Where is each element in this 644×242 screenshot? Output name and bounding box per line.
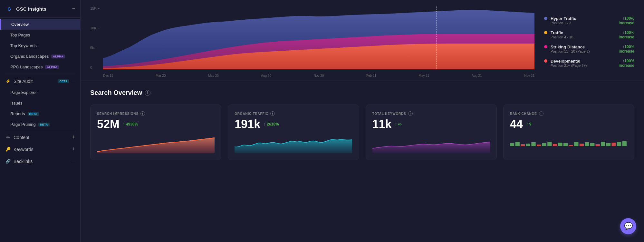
svg-rect-18 [601, 142, 605, 146]
legend-subtitle-striking-distance: Position 11 - 20 (Page 2) [551, 49, 615, 53]
legend-change-hyper-traffic: ↑100% increase [619, 16, 634, 25]
change-pct-traffic: 2618% [267, 122, 279, 126]
chat-icon: 💬 [624, 222, 633, 230]
sidebar-item-overview[interactable]: Overview [0, 19, 80, 30]
metric-value-impressions: 52M [97, 118, 120, 130]
search-impressions-info-icon[interactable]: i [140, 111, 145, 116]
metric-value-keywords: 11k [372, 118, 392, 130]
site-audit-collapse[interactable]: − [72, 78, 75, 85]
legend-item-striking-distance: Striking Distance Position 11 - 20 (Page… [544, 45, 634, 54]
legend-label-striking-distance: Striking Distance [551, 45, 615, 49]
metric-card-search-impressions: SEARCH IMPRESSIONS i 52M ↑ 4938% [90, 105, 221, 160]
mini-chart-impressions [97, 134, 215, 153]
change-pct-impressions: 4938% [126, 122, 138, 126]
legend-item-traffic: Traffic Position 4 - 10 ↑100% increase [544, 30, 634, 39]
svg-rect-14 [580, 144, 584, 146]
app-title: GSC Insights [16, 6, 70, 12]
svg-rect-3 [521, 144, 525, 146]
traffic-chart: 15K − 10K − 5K − 0 [90, 6, 534, 77]
x-label-mar20: Mar 20 [156, 74, 166, 77]
sidebar-item-issues[interactable]: Issues [0, 98, 80, 108]
content-expand[interactable]: + [72, 134, 75, 141]
sidebar: G GSC Insights − Overview Top Pages Top … [0, 0, 81, 242]
legend-content-striking-distance: Striking Distance Position 11 - 20 (Page… [551, 45, 615, 53]
x-label-aug21: Aug 21 [472, 74, 482, 77]
svg-rect-13 [574, 142, 578, 146]
organic-traffic-info-icon[interactable]: i [270, 111, 275, 116]
sidebar-item-page-pruning[interactable]: Page Pruning Beta [0, 119, 80, 130]
chat-button[interactable]: 💬 [620, 218, 636, 234]
sidebar-item-top-pages[interactable]: Top Pages [0, 30, 80, 40]
legend-change-label-striking-distance: increase [619, 49, 634, 54]
change-value-rank: 9 [529, 122, 532, 126]
metric-change-rank: ↑ 9 [526, 122, 532, 127]
alpha-badge-organic: Alpha [51, 55, 65, 58]
content-icon: ✏ [5, 135, 11, 140]
metric-label-organic-traffic: ORGANIC TRAFFIC i [235, 111, 352, 116]
svg-rect-6 [537, 145, 541, 146]
chart-legend: Hyper Traffic Position 1 - 3 ↑100% incre… [534, 6, 634, 77]
legend-label-developmental: Developmental [551, 59, 615, 64]
legend-change-label-traffic: increase [619, 35, 634, 39]
x-label-may21: May 21 [419, 74, 429, 77]
svg-rect-4 [526, 144, 530, 146]
sidebar-item-organic-landscapes[interactable]: Organic Landscapes Alpha [0, 51, 80, 62]
legend-item-developmental: Developmental Position 21+ (Page 3+) ↑10… [544, 59, 634, 68]
keywords-expand[interactable]: + [72, 146, 75, 153]
backlinks-icon: 🔗 [5, 158, 11, 164]
sidebar-section-header-keywords[interactable]: 🔑 Keywords + [0, 143, 80, 155]
legend-label-traffic: Traffic [551, 30, 615, 35]
metric-card-total-keywords: TOTAL KEYWORDS i 11k ↑ ∞ [366, 105, 497, 160]
metric-card-rank-change: RANK CHANGE i 44 ↑ 9 [503, 105, 634, 160]
svg-rect-16 [590, 143, 594, 146]
sidebar-collapse-button[interactable]: − [72, 6, 75, 12]
y-label-5k: 5K − [90, 46, 100, 50]
legend-change-label-hyper-traffic: increase [619, 21, 634, 25]
x-label-dec19: Dec 19 [103, 74, 113, 77]
legend-dot-hyper-traffic [544, 17, 547, 20]
sidebar-item-page-explorer[interactable]: Page Explorer [0, 87, 80, 98]
metric-card-organic-traffic: ORGANIC TRAFFIC i 191k ↑ 2618% [228, 105, 359, 160]
svg-rect-2 [515, 142, 519, 146]
legend-dot-striking-distance [544, 45, 547, 48]
arrow-up-impressions: ↑ [123, 122, 125, 127]
legend-content-developmental: Developmental Position 21+ (Page 3+) [551, 59, 615, 67]
legend-change-striking-distance: ↑100% increase [619, 45, 634, 54]
metric-label-search-impressions: SEARCH IMPRESSIONS i [97, 111, 215, 116]
sidebar-item-reports[interactable]: Reports Beta [0, 108, 80, 119]
mini-chart-traffic [235, 134, 352, 153]
legend-content-hyper-traffic: Hyper Traffic Position 1 - 3 [551, 16, 615, 25]
metric-change-impressions: ↑ 4938% [123, 122, 138, 127]
main-content-area: 15K − 10K − 5K − 0 [81, 0, 644, 242]
change-infinity-keywords: ∞ [398, 121, 402, 127]
search-overview-section: Search Overview i SEARCH IMPRESSIONS i 5… [81, 81, 644, 166]
rank-change-info-icon[interactable]: i [539, 111, 543, 116]
search-overview-info-icon[interactable]: i [145, 90, 150, 96]
chart-svg-container [103, 6, 534, 69]
sidebar-item-ppc-landscapes[interactable]: PPC Landscapes Alpha [0, 62, 80, 72]
svg-rect-10 [558, 143, 562, 146]
svg-rect-7 [542, 143, 546, 146]
sidebar-section-header-content[interactable]: ✏ Content + [0, 131, 80, 143]
x-label-feb21: Feb 21 [366, 74, 376, 77]
chart-section: 15K − 10K − 5K − 0 [81, 0, 644, 81]
legend-item-hyper-traffic: Hyper Traffic Position 1 - 3 ↑100% incre… [544, 16, 634, 25]
legend-subtitle-developmental: Position 21+ (Page 3+) [551, 64, 615, 67]
metric-change-keywords: ↑ ∞ [395, 121, 402, 127]
sidebar-section-header-backlinks[interactable]: 🔗 Backlinks − [0, 155, 80, 167]
app-logo: G [5, 5, 14, 13]
sidebar-section-gsc: Overview Top Pages Top Keywords Organic … [0, 18, 80, 74]
svg-rect-22 [622, 141, 626, 146]
beta-badge-site-audit: Beta [58, 79, 69, 83]
sidebar-section-header-site-audit[interactable]: ⚡ Site Audit Beta − [0, 75, 80, 87]
chart-x-labels: Dec 19 Mar 20 May 20 Aug 20 Nov 20 Feb 2… [103, 74, 534, 77]
backlinks-collapse[interactable]: − [72, 158, 75, 165]
total-keywords-info-icon[interactable]: i [408, 111, 413, 116]
x-label-may20: May 20 [208, 74, 219, 77]
sidebar-item-top-keywords[interactable]: Top Keywords [0, 40, 80, 51]
metric-change-traffic: ↑ 2618% [264, 122, 279, 127]
sidebar-section-site-audit: ⚡ Site Audit Beta − Page Explorer Issues… [0, 74, 80, 131]
svg-rect-21 [617, 142, 621, 146]
metric-value-row-impressions: 52M ↑ 4938% [97, 118, 215, 130]
legend-change-value-striking-distance: ↑100% [619, 45, 634, 49]
